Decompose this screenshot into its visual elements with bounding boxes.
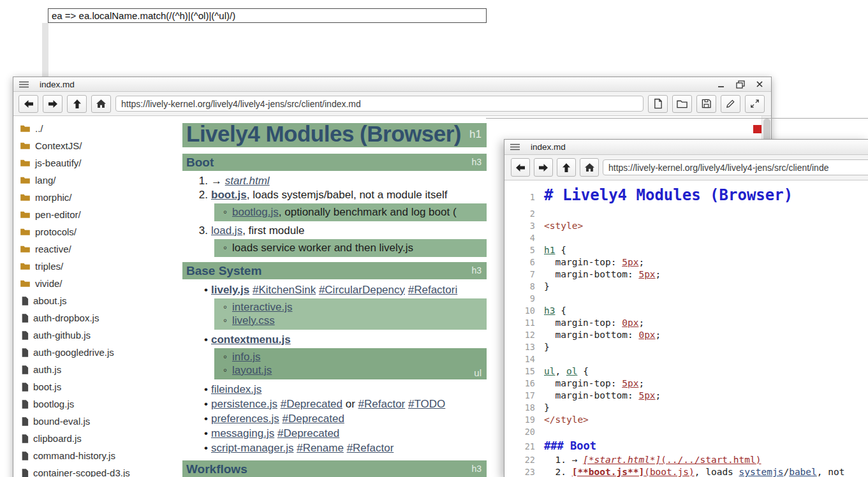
- code-line[interactable]: 11 margin-top: 0px;: [504, 317, 868, 329]
- code-line[interactable]: 8}: [504, 281, 868, 293]
- file-item[interactable]: bound-eval.js: [13, 413, 165, 430]
- code-line[interactable]: 3<style>: [504, 220, 868, 232]
- home-button[interactable]: [580, 158, 599, 177]
- file-item[interactable]: triples/: [13, 258, 165, 275]
- code-line[interactable]: 5h1 {: [504, 244, 868, 256]
- md-link[interactable]: contextmenu.js: [211, 334, 291, 346]
- md-link[interactable]: #Deprecated: [283, 413, 344, 425]
- file-item[interactable]: ../: [13, 120, 165, 137]
- md-link[interactable]: #TODO: [408, 398, 445, 410]
- md-link[interactable]: #Rename: [297, 442, 344, 454]
- md-link[interactable]: #CircularDepency: [319, 284, 405, 296]
- file-item[interactable]: auth.js: [13, 361, 165, 378]
- window-titlebar[interactable]: index.md: [13, 77, 771, 92]
- expand-button[interactable]: [745, 95, 765, 113]
- file-item[interactable]: protocols/: [13, 223, 165, 240]
- code-line[interactable]: 20: [504, 426, 868, 438]
- file-item[interactable]: container-scoped-d3.js: [13, 464, 165, 477]
- file-item[interactable]: morphic/: [13, 189, 165, 206]
- md-link[interactable]: layout.js: [232, 364, 272, 376]
- file-item[interactable]: bootlog.js: [13, 395, 165, 413]
- code-line[interactable]: 7 margin-bottom: 5px;: [504, 268, 868, 281]
- code-line[interactable]: 6 margin-top: 5px;: [504, 256, 868, 268]
- code-editor[interactable]: 1# Lively4 Modules (Browser)2 3<style>4 …: [504, 180, 868, 477]
- code-line[interactable]: 2: [504, 208, 868, 220]
- save-button[interactable]: [696, 95, 716, 113]
- url-input[interactable]: [603, 159, 868, 175]
- code-line[interactable]: 16 margin-top: 5px;: [504, 378, 868, 390]
- file-item[interactable]: js-beautify/: [13, 154, 165, 172]
- code-line[interactable]: 17 margin-bottom: 5px;: [504, 390, 868, 402]
- edit-button[interactable]: [721, 95, 740, 113]
- md-link[interactable]: #Refactori: [408, 284, 457, 296]
- md-link[interactable]: messaging.js: [211, 427, 274, 439]
- file-item[interactable]: reactive/: [13, 240, 165, 258]
- md-link[interactable]: script-manager.js: [211, 442, 293, 454]
- code-line[interactable]: 10h3 {: [504, 305, 868, 317]
- md-link[interactable]: #Deprecated: [281, 398, 342, 410]
- md-link[interactable]: #KitchenSink: [253, 284, 316, 296]
- file-item[interactable]: boot.js: [13, 378, 165, 395]
- md-list-item: ◦layout.js: [214, 363, 487, 377]
- code-line[interactable]: 19</style>: [504, 414, 868, 426]
- md-link[interactable]: preferences.js: [211, 413, 279, 425]
- back-button[interactable]: [18, 95, 38, 113]
- file-item[interactable]: command-history.js: [13, 447, 165, 464]
- filter-expression-input[interactable]: [48, 8, 487, 23]
- md-link[interactable]: interactive.js: [232, 301, 292, 313]
- md-link[interactable]: info.js: [232, 351, 260, 363]
- code-line[interactable]: 21### Boot: [504, 438, 868, 454]
- md-link[interactable]: lively.js: [211, 284, 249, 296]
- file-item[interactable]: about.js: [13, 292, 165, 309]
- md-link[interactable]: start.html: [225, 175, 270, 187]
- up-button[interactable]: [67, 95, 87, 113]
- file-icon: [21, 417, 29, 426]
- file-list: ../ContextJS/js-beautify/lang/morphic/pe…: [13, 116, 165, 477]
- window-titlebar[interactable]: index.md: [504, 140, 868, 155]
- url-input[interactable]: [115, 96, 644, 112]
- file-item[interactable]: vivide/: [13, 275, 165, 292]
- md-link[interactable]: #Refactor: [347, 442, 394, 454]
- window-menu-icon[interactable]: [510, 143, 520, 150]
- line-number: 15: [504, 365, 535, 378]
- code-line[interactable]: 13}: [504, 341, 868, 353]
- md-link[interactable]: boot.js: [211, 189, 247, 201]
- code-line[interactable]: 14: [504, 353, 868, 365]
- md-link[interactable]: lively.css: [232, 314, 275, 327]
- code-line[interactable]: 9: [504, 293, 868, 305]
- md-link[interactable]: fileindex.js: [211, 383, 261, 395]
- code-line[interactable]: 4: [504, 232, 868, 244]
- file-name: lang/: [35, 175, 56, 186]
- code-line[interactable]: 23 2. [**boot.js**](boot.js), loads syst…: [504, 466, 868, 477]
- code-line[interactable]: 22 1. → [*start.html*](../../start.html): [504, 454, 868, 466]
- file-item[interactable]: pen-editor/: [13, 206, 165, 223]
- code-line[interactable]: 12 margin-bottom: 0px;: [504, 329, 868, 341]
- file-item[interactable]: clipboard.js: [13, 430, 165, 447]
- minimize-icon[interactable]: [717, 81, 725, 88]
- open-folder-button[interactable]: [672, 95, 692, 113]
- back-button[interactable]: [511, 158, 530, 177]
- new-file-button[interactable]: [648, 95, 668, 113]
- close-icon[interactable]: [756, 80, 763, 88]
- code-line[interactable]: 15ul, ol {: [504, 365, 868, 378]
- up-button[interactable]: [557, 158, 576, 177]
- md-link[interactable]: bootlog.js: [232, 206, 279, 218]
- home-button[interactable]: [91, 95, 111, 113]
- forward-button[interactable]: [43, 95, 63, 113]
- md-link[interactable]: #Deprecated: [277, 427, 339, 439]
- code-line[interactable]: 1# Lively4 Modules (Browser): [504, 184, 868, 208]
- md-link[interactable]: #Refactor: [358, 398, 406, 410]
- md-link[interactable]: persistence.js: [211, 398, 277, 410]
- file-item[interactable]: lang/: [13, 172, 165, 189]
- maximize-icon[interactable]: [736, 80, 745, 89]
- code-text: </style>: [535, 414, 589, 426]
- file-item[interactable]: ContextJS/: [13, 137, 165, 154]
- folder-icon: [20, 142, 31, 150]
- forward-button[interactable]: [534, 158, 553, 177]
- file-item[interactable]: auth-dropbox.js: [13, 309, 165, 327]
- window-menu-icon[interactable]: [19, 81, 29, 88]
- file-item[interactable]: auth-googledrive.js: [13, 344, 165, 361]
- file-item[interactable]: auth-github.js: [13, 327, 165, 344]
- md-link[interactable]: load.js: [211, 224, 242, 237]
- code-line[interactable]: 18}: [504, 402, 868, 414]
